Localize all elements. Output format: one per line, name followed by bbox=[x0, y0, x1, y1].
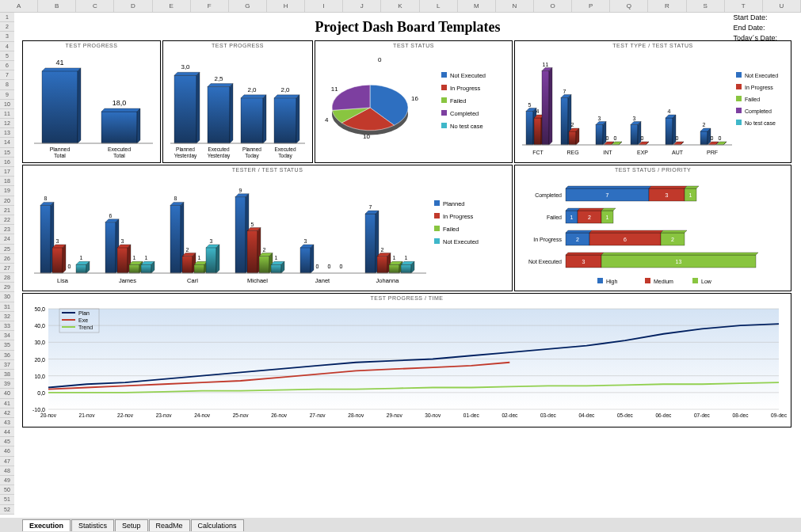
svg-text:In Progress: In Progress bbox=[450, 85, 481, 92]
svg-text:Planned: Planned bbox=[242, 146, 261, 152]
svg-text:Planned: Planned bbox=[176, 146, 195, 152]
svg-text:05-dec: 05-dec bbox=[617, 412, 634, 418]
svg-text:0: 0 bbox=[68, 264, 71, 269]
svg-text:2: 2 bbox=[703, 122, 706, 127]
svg-marker-33 bbox=[296, 95, 299, 143]
svg-rect-224 bbox=[434, 213, 440, 218]
test-progress-daily-chart[interactable]: TEST PROGRESS 3,0PlannedYesterday 2,5Exe… bbox=[162, 40, 313, 163]
tester-status-chart[interactable]: TESTER / TEST STATUS 8 30 1Lisa 6 3 1 1J… bbox=[22, 165, 513, 291]
svg-text:1: 1 bbox=[606, 215, 609, 220]
test-progress-total-chart[interactable]: TEST PROGRESS 41PlannedTotal 18,0Execute… bbox=[22, 40, 161, 163]
sheet-tabs: ExecutionStatisticsSetupReadMeCalculatio… bbox=[0, 518, 801, 532]
svg-text:40,0: 40,0 bbox=[34, 323, 45, 329]
panel-title: TEST PROGRESS bbox=[66, 43, 118, 48]
page-title: Project Dash Board Templates bbox=[14, 13, 801, 39]
svg-rect-125 bbox=[736, 96, 742, 101]
svg-text:26-nov: 26-nov bbox=[271, 412, 288, 418]
svg-marker-14 bbox=[174, 72, 200, 75]
svg-text:Today: Today bbox=[245, 153, 259, 159]
svg-text:Planned: Planned bbox=[443, 200, 465, 207]
svg-rect-98 bbox=[666, 118, 673, 145]
svg-text:4: 4 bbox=[325, 116, 329, 124]
svg-rect-131 bbox=[40, 205, 51, 273]
svg-rect-46 bbox=[441, 85, 447, 90]
svg-text:0: 0 bbox=[378, 56, 382, 63]
svg-text:22-nov: 22-nov bbox=[117, 412, 134, 418]
svg-text:30,0: 30,0 bbox=[34, 340, 45, 345]
svg-text:2: 2 bbox=[186, 247, 189, 253]
svg-text:2: 2 bbox=[571, 122, 574, 127]
svg-rect-19 bbox=[208, 87, 230, 143]
svg-rect-62 bbox=[542, 71, 549, 146]
tab-calculations[interactable]: Calculations bbox=[191, 519, 244, 531]
svg-marker-91 bbox=[638, 122, 641, 146]
svg-text:29-nov: 29-nov bbox=[387, 412, 403, 418]
svg-rect-183 bbox=[247, 231, 257, 274]
date-meta: Start Date: End Date: Today´s Date: bbox=[733, 13, 777, 44]
svg-rect-187 bbox=[259, 256, 269, 273]
svg-rect-271 bbox=[692, 278, 698, 283]
status-priority-chart[interactable]: TEST STATUS / PRIORITY 731Completed121Fa… bbox=[514, 165, 791, 291]
svg-marker-231 bbox=[566, 186, 651, 188]
svg-rect-149 bbox=[117, 248, 128, 273]
svg-rect-174 bbox=[206, 248, 216, 273]
svg-marker-64 bbox=[549, 68, 552, 146]
panel-title: TEST PROGRESS / TIME bbox=[371, 295, 444, 301]
svg-text:In Progress: In Progress bbox=[533, 237, 562, 243]
test-type-status-chart[interactable]: TEST TYPE / TEST STATUS 5 4 11FCT 7 2REG… bbox=[514, 40, 791, 163]
svg-text:0: 0 bbox=[711, 135, 714, 141]
worksheet: Start Date: End Date: Today´s Date: Proj… bbox=[14, 13, 801, 518]
svg-marker-15 bbox=[196, 72, 200, 143]
svg-rect-31 bbox=[274, 98, 296, 143]
svg-rect-44 bbox=[441, 72, 447, 78]
svg-marker-261 bbox=[566, 253, 604, 255]
svg-text:Total: Total bbox=[54, 153, 66, 158]
svg-text:50,0: 50,0 bbox=[34, 306, 45, 312]
svg-text:11: 11 bbox=[543, 62, 549, 67]
svg-rect-140 bbox=[76, 264, 86, 273]
svg-text:Failed: Failed bbox=[547, 215, 562, 220]
svg-marker-20 bbox=[208, 84, 233, 87]
row-numbers: 1234567891011121314151617181920212223242… bbox=[0, 13, 14, 515]
svg-rect-6 bbox=[101, 112, 137, 143]
start-date-label: Start Date: bbox=[733, 13, 777, 23]
svg-marker-2 bbox=[78, 68, 81, 143]
svg-text:7: 7 bbox=[606, 192, 609, 198]
svg-marker-1 bbox=[42, 68, 81, 71]
tab-execution[interactable]: Execution bbox=[22, 519, 71, 531]
svg-rect-123 bbox=[736, 84, 742, 89]
svg-text:1: 1 bbox=[393, 255, 396, 260]
svg-text:10,0: 10,0 bbox=[34, 374, 45, 379]
svg-text:03-dec: 03-dec bbox=[540, 412, 557, 418]
svg-text:Exe: Exe bbox=[78, 317, 88, 323]
svg-rect-269 bbox=[645, 278, 650, 283]
tab-statistics[interactable]: Statistics bbox=[71, 519, 114, 531]
svg-text:Total: Total bbox=[113, 153, 125, 158]
svg-text:Janet: Janet bbox=[315, 277, 330, 284]
svg-text:6: 6 bbox=[624, 237, 627, 242]
svg-marker-237 bbox=[685, 186, 699, 188]
svg-text:REG: REG bbox=[566, 150, 578, 155]
svg-text:Failed: Failed bbox=[745, 97, 760, 102]
svg-text:In Progress: In Progress bbox=[745, 85, 773, 91]
svg-text:3: 3 bbox=[582, 259, 585, 264]
svg-text:Executed: Executed bbox=[274, 146, 296, 152]
svg-rect-25 bbox=[241, 98, 263, 143]
svg-marker-254 bbox=[589, 230, 663, 233]
svg-rect-212 bbox=[389, 264, 399, 273]
svg-text:2,0: 2,0 bbox=[280, 86, 290, 93]
svg-text:1: 1 bbox=[570, 215, 574, 220]
svg-marker-7 bbox=[101, 108, 140, 112]
svg-text:3: 3 bbox=[56, 238, 59, 244]
svg-rect-135 bbox=[52, 248, 63, 273]
progress-time-chart[interactable]: TEST PROGRESS / TIME -10,00,010,020,030,… bbox=[22, 293, 791, 428]
svg-rect-54 bbox=[526, 112, 533, 146]
test-status-pie-chart[interactable]: TEST STATUS 16104110Not ExecutedIn Progr… bbox=[315, 40, 513, 163]
svg-rect-208 bbox=[377, 256, 387, 273]
svg-marker-26 bbox=[241, 95, 266, 98]
tab-readme[interactable]: ReadMe bbox=[149, 519, 190, 531]
tab-setup[interactable]: Setup bbox=[115, 519, 148, 531]
svg-text:0: 0 bbox=[719, 135, 722, 141]
svg-rect-67 bbox=[561, 98, 568, 146]
svg-rect-89 bbox=[631, 125, 638, 146]
